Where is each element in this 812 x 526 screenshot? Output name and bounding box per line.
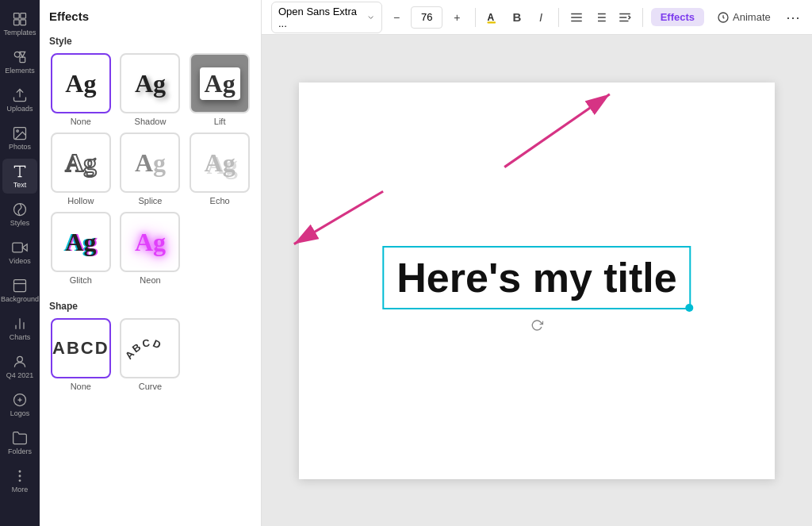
style-neon-box[interactable]: Ag xyxy=(120,212,180,272)
svg-text:A: A xyxy=(487,11,494,22)
sidebar-item-folders[interactable]: Folders xyxy=(2,425,37,460)
canvas-area: Here's my title xyxy=(262,35,812,526)
sidebar-item-text[interactable]: Text xyxy=(2,159,37,194)
style-none-label: None xyxy=(71,117,91,126)
style-splice[interactable]: Ag Splice xyxy=(119,132,182,205)
sidebar-item-background[interactable]: Background xyxy=(2,273,37,308)
svg-rect-3 xyxy=(21,20,26,25)
italic-icon: I xyxy=(539,10,542,24)
svg-rect-15 xyxy=(14,280,26,292)
shape-none-label: None xyxy=(71,382,91,391)
more-icon: ⋯ xyxy=(786,9,800,26)
style-hollow-label: Hollow xyxy=(67,196,94,205)
svg-point-4 xyxy=(14,52,20,57)
sidebar-item-templates[interactable]: Templates xyxy=(2,6,37,41)
svg-rect-27 xyxy=(487,21,496,23)
svg-rect-1 xyxy=(21,13,26,19)
svg-marker-6 xyxy=(20,52,25,57)
curve-svg: ABCD xyxy=(126,328,174,368)
align-button[interactable] xyxy=(567,6,586,29)
font-size-minus-button[interactable]: − xyxy=(387,6,406,29)
shape-grid: ABCD None ABCD Curve xyxy=(49,318,251,391)
svg-point-22 xyxy=(19,470,21,472)
style-shadow-label: Shadow xyxy=(135,117,167,126)
resize-handle[interactable] xyxy=(686,304,694,312)
text-content[interactable]: Here's my title xyxy=(396,254,676,301)
style-glitch-box[interactable]: Ag xyxy=(51,212,111,272)
style-lift-box[interactable]: Ag xyxy=(190,53,250,113)
style-none-box[interactable]: Ag xyxy=(51,53,111,113)
text-color-button[interactable]: A xyxy=(483,6,502,29)
sidebar-item-q4[interactable]: Q4 2021 xyxy=(2,349,37,384)
sidebar-nav: Templates Elements Uploads Photos Text S… xyxy=(0,0,40,526)
spacing-icon xyxy=(618,10,632,25)
sidebar-item-styles[interactable]: Styles xyxy=(2,197,37,232)
font-family-selector[interactable]: Open Sans Extra ... xyxy=(271,2,382,33)
style-neon-label: Neon xyxy=(140,275,160,285)
sidebar-item-charts[interactable]: Charts xyxy=(2,311,37,346)
style-grid: Ag None Ag Shadow Ag Lift Ag Hollow xyxy=(49,53,251,285)
bold-icon: B xyxy=(512,10,521,24)
style-lift[interactable]: Ag Lift xyxy=(188,53,251,126)
canvas[interactable]: Here's my title xyxy=(299,83,775,479)
shape-curve-label: Curve xyxy=(139,382,162,391)
style-shadow[interactable]: Ag Shadow xyxy=(119,53,182,126)
style-splice-box[interactable]: Ag xyxy=(120,132,180,193)
more-options-button[interactable]: ⋯ xyxy=(783,6,802,29)
divider-3 xyxy=(642,8,643,27)
list-button[interactable] xyxy=(591,6,610,29)
animate-button[interactable]: Animate xyxy=(709,8,779,27)
style-splice-label: Splice xyxy=(139,196,163,205)
align-icon xyxy=(569,10,584,25)
sidebar-item-videos[interactable]: Videos xyxy=(2,235,37,270)
style-neon[interactable]: Ag Neon xyxy=(119,212,182,285)
svg-rect-14 xyxy=(13,243,22,252)
font-size-input[interactable] xyxy=(411,6,442,29)
shape-section-label: Shape xyxy=(49,301,251,312)
style-shadow-box[interactable]: Ag xyxy=(120,53,180,113)
shape-curve-box[interactable]: ABCD xyxy=(120,318,180,378)
font-name: Open Sans Extra ... xyxy=(278,6,363,29)
svg-rect-2 xyxy=(14,20,20,25)
svg-marker-13 xyxy=(22,244,27,251)
style-hollow-box[interactable]: Ag xyxy=(51,132,111,193)
text-element[interactable]: Here's my title xyxy=(382,246,691,309)
svg-point-20 xyxy=(17,356,23,362)
style-echo[interactable]: Ag Echo xyxy=(188,132,251,205)
svg-text:ABCD: ABCD xyxy=(126,336,164,362)
shape-curve[interactable]: ABCD Curve xyxy=(119,318,182,391)
animate-label: Animate xyxy=(733,11,771,23)
font-size-plus-button[interactable]: + xyxy=(447,6,466,29)
toolbar: Open Sans Extra ... − + A B I xyxy=(262,0,812,35)
effects-button[interactable]: Effects xyxy=(651,8,704,26)
style-echo-label: Echo xyxy=(210,196,230,205)
chevron-down-icon xyxy=(366,13,375,22)
spacing-button[interactable] xyxy=(615,6,634,29)
sidebar-item-more[interactable]: More xyxy=(2,463,37,498)
style-glitch-label: Glitch xyxy=(70,275,92,285)
sidebar-item-photos[interactable]: Photos xyxy=(2,121,37,155)
style-none[interactable]: Ag None xyxy=(49,53,113,126)
shape-none-box[interactable]: ABCD xyxy=(51,318,111,378)
svg-rect-0 xyxy=(14,13,20,19)
rotate-icon xyxy=(530,319,543,332)
style-glitch[interactable]: Ag Glitch xyxy=(49,212,113,285)
divider-1 xyxy=(475,8,476,27)
style-lift-label: Lift xyxy=(214,117,226,126)
bold-button[interactable]: B xyxy=(508,6,527,29)
list-icon xyxy=(593,10,607,25)
effects-panel: Effects Style Ag None Ag Shadow Ag Lift xyxy=(40,0,262,526)
sidebar-item-logos[interactable]: Logos xyxy=(2,387,37,422)
svg-point-23 xyxy=(19,475,21,477)
color-icon: A xyxy=(486,10,500,25)
divider-2 xyxy=(558,8,559,27)
animate-icon xyxy=(717,11,730,24)
sidebar-item-uploads[interactable]: Uploads xyxy=(2,83,37,117)
sidebar-item-elements[interactable]: Elements xyxy=(2,44,37,79)
italic-button[interactable]: I xyxy=(531,6,550,29)
shape-none[interactable]: ABCD None xyxy=(49,318,113,391)
style-echo-box[interactable]: Ag xyxy=(190,132,250,193)
style-hollow[interactable]: Ag Hollow xyxy=(49,132,113,205)
rotate-handle[interactable] xyxy=(530,319,543,332)
svg-point-24 xyxy=(19,480,21,482)
